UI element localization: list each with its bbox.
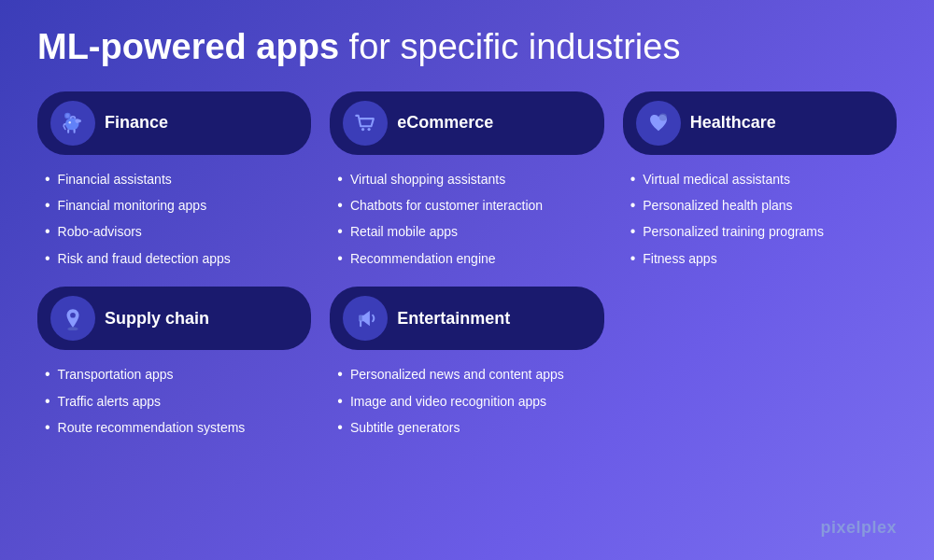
svg-point-6 [361, 127, 364, 130]
list-item: Personalized training programs [630, 218, 897, 245]
list-item: Risk and fraud detection apps [45, 245, 311, 272]
entertainment-header: Entertainment [330, 287, 603, 350]
piggy-bank-icon [61, 111, 85, 135]
entertainment-list: Personalized news and content apps Image… [330, 361, 603, 441]
svg-point-10 [67, 328, 78, 331]
healthcare-header: Healthcare [623, 91, 897, 155]
list-item: Virtual shopping assistants [337, 166, 603, 192]
category-healthcare: Healthcare Virtual medical assistants Pe… [623, 91, 897, 273]
healthcare-list: Virtual medical assistants Personalized … [623, 166, 897, 273]
list-item: Personalized news and content apps [337, 361, 603, 387]
ecommerce-header: eCommerce [330, 91, 603, 155]
finance-icon-wrapper [50, 101, 95, 146]
heart-icon [646, 111, 671, 135]
finance-title: Finance [105, 113, 168, 133]
supply-chain-title: Supply chain [105, 309, 209, 329]
healthcare-title: Healthcare [690, 113, 776, 133]
list-item: Image and video recognition apps [337, 388, 603, 414]
list-item: Robo-advisors [45, 218, 311, 245]
list-item: Financial assistants [45, 166, 311, 192]
cart-icon [353, 111, 377, 135]
entertainment-title: Entertainment [397, 309, 510, 329]
list-item: Recommendation engine [337, 245, 603, 272]
category-entertainment: Entertainment Personalized news and cont… [330, 287, 603, 441]
category-finance: Finance Financial assistants Financial m… [37, 91, 311, 273]
finance-list: Financial assistants Financial monitorin… [37, 166, 311, 273]
ecommerce-icon-wrapper [343, 101, 388, 146]
title-bold: ML-powered apps [37, 27, 339, 66]
ecommerce-title: eCommerce [397, 113, 493, 133]
svg-point-8 [658, 113, 666, 120]
list-item: Traffic alerts apps [45, 388, 311, 414]
list-item: Fitness apps [630, 245, 897, 272]
supply-chain-header: Supply chain [37, 287, 311, 350]
supply-chain-list: Transportation apps Traffic alerts apps … [37, 361, 311, 441]
list-item: Personalized health plans [630, 192, 897, 218]
svg-point-9 [70, 313, 76, 318]
svg-point-5 [65, 113, 69, 117]
supply-chain-icon-wrapper [50, 296, 95, 341]
entertainment-icon-wrapper [343, 296, 388, 341]
healthcare-icon-wrapper [636, 101, 681, 146]
category-ecommerce: eCommerce Virtual shopping assistants Ch… [330, 91, 603, 273]
main-title: ML-powered apps for specific industries [37, 26, 897, 69]
title-rest: for specific industries [339, 27, 680, 66]
list-item: Chatbots for customer interaction [337, 192, 603, 218]
location-pin-icon [61, 306, 85, 330]
svg-point-7 [368, 127, 371, 130]
list-item: Transportation apps [45, 361, 311, 387]
list-item: Route recommendation systems [45, 414, 311, 441]
list-item: Subtitle generators [337, 414, 603, 441]
svg-point-3 [69, 121, 71, 123]
svg-rect-2 [77, 119, 81, 122]
list-item: Financial monitoring apps [45, 192, 311, 218]
list-item: Retail mobile apps [337, 218, 603, 245]
megaphone-icon [353, 306, 377, 330]
pixelplex-logo: pixelplex [820, 518, 897, 538]
finance-header: Finance [37, 91, 311, 155]
page-container: ML-powered apps for specific industries [0, 0, 934, 560]
empty-col [623, 287, 897, 441]
category-supply-chain: Supply chain Transportation apps Traffic… [37, 287, 311, 441]
ecommerce-list: Virtual shopping assistants Chatbots for… [330, 166, 603, 273]
list-item: Virtual medical assistants [630, 166, 897, 192]
